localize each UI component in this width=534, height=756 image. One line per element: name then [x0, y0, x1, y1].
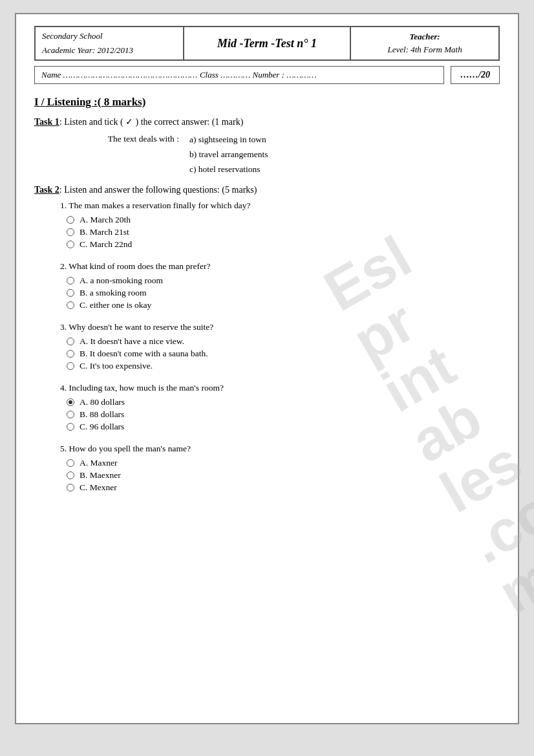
option-text-q5-3: C. Mexner [80, 482, 117, 493]
task1-label: Task 1 [34, 117, 59, 127]
academic-year: Academic Year: 2012/2013 [42, 45, 176, 56]
radio-q1-3[interactable] [67, 241, 74, 248]
radio-q3-3[interactable] [67, 362, 74, 370]
radio-q2-2[interactable] [67, 289, 74, 297]
option-item-q2-1[interactable]: A. a non-smoking room [67, 275, 500, 286]
task1-choice-c: c) hotel reservations [189, 162, 268, 177]
task1-choice-a: a) sightseeing in town [189, 133, 268, 147]
question-text-2: 2. What kind of room does the man prefer… [60, 261, 500, 272]
option-text-q3-3: C. It's too expensive. [80, 361, 153, 371]
option-item-q4-3[interactable]: C. 96 dollars [67, 422, 500, 432]
name-placeholder: Name ……………………………………………… Class ………… Numbe… [41, 70, 316, 80]
task1-choices: a) sightseeing in town b) travel arrange… [189, 133, 268, 177]
task2-label: Task 2 [34, 185, 59, 195]
question-text-3: 3. Why doesn't he want to reserve the su… [60, 322, 500, 332]
task1-question-label: The text deals with : [73, 133, 189, 144]
option-text-q2-1: A. a non-smoking room [80, 275, 163, 286]
name-box: Name ……………………………………………… Class ………… Numbe… [34, 66, 444, 84]
score-text: ……/20 [460, 70, 490, 80]
option-text-q3-1: A. It doesn't have a nice view. [80, 336, 184, 347]
option-item-q5-3[interactable]: C. Mexner [67, 482, 500, 493]
option-text-q2-3: C. either one is okay [80, 300, 151, 310]
name-row: Name ……………………………………………… Class ………… Numbe… [34, 66, 500, 84]
questions-container: 1. The man makes a reservation finally f… [34, 200, 500, 493]
options-list-1: A. March 20thB. March 21stC. March 22nd [67, 215, 500, 250]
radio-q5-2[interactable] [67, 471, 74, 479]
option-text-q3-2: B. It doesn't come with a sauna bath. [80, 349, 208, 359]
radio-q2-1[interactable] [67, 277, 74, 285]
task1-choice-b: b) travel arrangements [189, 147, 268, 162]
radio-q4-1[interactable] [67, 398, 74, 406]
radio-q2-3[interactable] [67, 301, 74, 309]
options-list-3: A. It doesn't have a nice view.B. It doe… [67, 336, 500, 371]
option-item-q1-1[interactable]: A. March 20th [67, 215, 500, 225]
radio-q1-2[interactable] [67, 228, 74, 236]
radio-q3-2[interactable] [67, 350, 74, 358]
question-block-1: 1. The man makes a reservation finally f… [41, 200, 500, 250]
question-block-4: 4. Including tax, how much is the man's … [41, 383, 500, 432]
options-list-5: A. MaxnerB. MaexnerC. Mexner [67, 458, 500, 493]
exam-title-cell: Mid -Term -Test n° 1 [184, 27, 350, 60]
question-block-5: 5. How do you spell the man's name?A. Ma… [41, 444, 500, 493]
option-item-q3-3[interactable]: C. It's too expensive. [67, 361, 500, 371]
option-item-q2-2[interactable]: B. a smoking room [67, 288, 500, 298]
question-text-1: 1. The man makes a reservation finally f… [60, 200, 500, 211]
task1-instruction: : Listen and tick ( ✓ ) the correct answ… [59, 117, 244, 127]
options-list-4: A. 80 dollarsB. 88 dollarsC. 96 dollars [67, 397, 500, 432]
exam-title: Mid -Term -Test n° 1 [217, 37, 317, 50]
option-text-q4-2: B. 88 dollars [80, 409, 124, 420]
teacher-cell: Teacher: Level: 4th Form Math [350, 27, 499, 60]
task2-instruction: : Listen and answer the following questi… [59, 185, 257, 195]
score-box: ……/20 [451, 66, 500, 84]
option-text-q1-3: C. March 22nd [80, 239, 132, 250]
radio-q1-1[interactable] [67, 216, 74, 224]
option-item-q4-1[interactable]: A. 80 dollars [67, 397, 500, 407]
option-text-q4-3: C. 96 dollars [80, 422, 124, 432]
option-item-q4-2[interactable]: B. 88 dollars [67, 409, 500, 420]
question-text-4: 4. Including tax, how much is the man's … [60, 383, 500, 393]
radio-q3-1[interactable] [67, 338, 74, 345]
exam-page: Eslprintables.com Secondary School Acade… [15, 13, 519, 724]
option-item-q5-1[interactable]: A. Maxner [67, 458, 500, 468]
option-item-q5-2[interactable]: B. Maexner [67, 470, 500, 481]
radio-q4-3[interactable] [67, 423, 74, 431]
radio-q4-2[interactable] [67, 411, 74, 418]
task1-row: The text deals with : a) sightseeing in … [73, 133, 500, 177]
option-item-q3-1[interactable]: A. It doesn't have a nice view. [67, 336, 500, 347]
option-text-q2-2: B. a smoking room [80, 288, 147, 298]
question-block-2: 2. What kind of room does the man prefer… [41, 261, 500, 310]
task1-heading: Task 1: Listen and tick ( ✓ ) the correc… [34, 116, 500, 127]
section-listening-heading: I / Listening :( 8 marks) [34, 96, 500, 109]
option-item-q3-2[interactable]: B. It doesn't come with a sauna bath. [67, 349, 500, 359]
level-info: Level: 4th Form Math [358, 45, 492, 55]
task1-options: The text deals with : a) sightseeing in … [73, 133, 500, 177]
options-list-2: A. a non-smoking roomB. a smoking roomC.… [67, 275, 500, 310]
option-text-q4-1: A. 80 dollars [80, 397, 125, 407]
teacher-label: Teacher: [358, 32, 492, 42]
option-text-q1-1: A. March 20th [80, 215, 131, 225]
school-cell: Secondary School Academic Year: 2012/201… [35, 27, 184, 60]
task2-heading: Task 2: Listen and answer the following … [34, 185, 500, 195]
option-text-q1-2: B. March 21st [80, 227, 129, 237]
radio-q5-3[interactable] [67, 484, 74, 491]
option-item-q1-3[interactable]: C. March 22nd [67, 239, 500, 250]
radio-q5-1[interactable] [67, 459, 74, 467]
header-table: Secondary School Academic Year: 2012/201… [34, 26, 500, 61]
question-block-3: 3. Why doesn't he want to reserve the su… [41, 322, 500, 371]
school-name: Secondary School [42, 31, 176, 41]
option-text-q5-1: A. Maxner [80, 458, 117, 468]
option-text-q5-2: B. Maexner [80, 470, 121, 481]
option-item-q2-3[interactable]: C. either one is okay [67, 300, 500, 310]
question-text-5: 5. How do you spell the man's name? [60, 444, 500, 454]
option-item-q1-2[interactable]: B. March 21st [67, 227, 500, 237]
